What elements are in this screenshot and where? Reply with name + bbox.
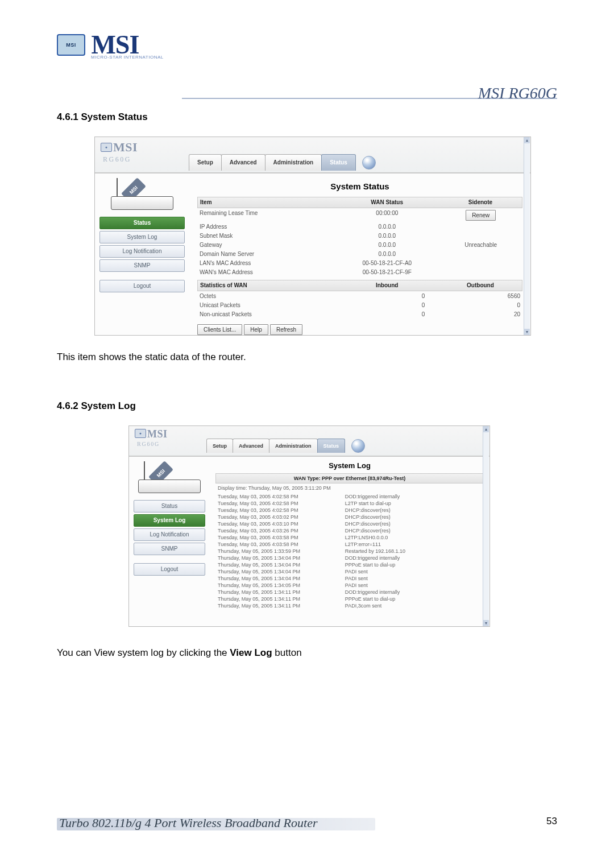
globe-icon[interactable] — [362, 156, 376, 170]
screenshot-system-log: MSI RG60G Setup Advanced Administration … — [128, 425, 490, 627]
tab-setup[interactable]: Setup — [189, 154, 222, 171]
sidebar-item-status[interactable]: Status — [134, 500, 205, 512]
log-time: Thursday, May 05, 2005 1:34:05 PM — [218, 582, 345, 588]
log-time: Tuesday, May 03, 2005 4:03:58 PM — [218, 542, 345, 547]
router-logo: MSI — [101, 140, 138, 155]
log-time: Thursday, May 05, 2005 1:34:11 PM — [218, 603, 345, 609]
stats-columns: Statistics of WAN Inbound Outbound — [197, 280, 522, 291]
page-number: 53 — [546, 816, 557, 827]
log-entry: Thursday, May 05, 2005 1:34:11 PMPADI,3c… — [215, 602, 484, 609]
log-entry: Thursday, May 05, 2005 1:33:59 PMRestart… — [215, 548, 484, 555]
log-message: L2TP:LNSH0.0.0.0 — [345, 535, 484, 540]
scroll-up-icon[interactable]: ▴ — [483, 426, 489, 432]
row-subnet: Subnet Mask 0.0.0.0 — [197, 231, 522, 240]
sidebar-item-status[interactable]: Status — [99, 217, 185, 229]
log-time: Thursday, May 05, 2005 1:34:11 PM — [218, 589, 345, 595]
log-entry: Tuesday, May 03, 2005 4:02:58 PMDHCP:dis… — [215, 507, 484, 514]
msi-badge-icon — [57, 34, 85, 56]
section-4-6-2-text: You can View system log by clicking the … — [57, 647, 557, 659]
page-content: 4.6.1 System Status MSI RG60G Setup Adva… — [57, 111, 557, 696]
log-message: PADI sent — [345, 569, 484, 574]
row-gateway: Gateway 0.0.0.0 Unreachable — [197, 240, 522, 249]
log-entry: Thursday, May 05, 2005 1:34:05 PMPADI se… — [215, 582, 484, 589]
section-4-6-1-title: 4.6.1 System Status — [57, 111, 557, 123]
sidebar-item-logout[interactable]: Logout — [134, 563, 205, 576]
log-message: DOD:triggered internally — [345, 494, 484, 499]
footer-title: Turbo 802.11b/g 4 Port Wireless Broadban… — [59, 816, 317, 830]
log-entry: Thursday, May 05, 2005 1:34:11 PMPPPoE s… — [215, 596, 484, 602]
log-entry: Tuesday, May 03, 2005 4:03:02 PMDHCP:dis… — [215, 514, 484, 520]
log-entry: Tuesday, May 03, 2005 4:02:58 PMDOD:trig… — [215, 493, 484, 500]
clients-list-button[interactable]: Clients List... — [197, 324, 242, 335]
log-entry: Thursday, May 05, 2005 1:34:11 PMDOD:tri… — [215, 589, 484, 596]
router-model-label-2: RG60G — [137, 441, 160, 447]
sidebar: MSI Status System Log Log Notification S… — [95, 173, 189, 335]
msi-subtext: MICRO-STAR INTERNATIONAL — [91, 55, 164, 60]
help-button[interactable]: Help — [244, 324, 268, 335]
tab-status[interactable]: Status — [321, 154, 356, 171]
col-item: Item — [198, 197, 335, 208]
nav-tabs-2: Setup Advanced Administration Status — [206, 439, 365, 453]
sidebar-item-lognotif[interactable]: Log Notification — [134, 528, 205, 541]
log-message: DHCP:discover(res) — [345, 521, 484, 527]
log-message: PPPoE start to dial-up — [345, 562, 484, 568]
row-lan-mac: LAN's MAC Address 00-50-18-21-CF-A0 — [197, 258, 522, 267]
tab-advanced[interactable]: Advanced — [221, 154, 265, 171]
stat-octets: Octets 0 6560 — [197, 291, 522, 300]
panel-title: System Log — [215, 461, 484, 470]
refresh-button[interactable]: Refresh — [270, 324, 302, 335]
sidebar-item-systemlog[interactable]: System Log — [134, 514, 205, 527]
stat-unicast: Unicast Packets 0 0 — [197, 300, 522, 309]
log-rows: Tuesday, May 03, 2005 4:02:58 PMDOD:trig… — [215, 493, 484, 609]
tab-administration[interactable]: Administration — [265, 154, 322, 171]
log-entry: Thursday, May 05, 2005 1:34:04 PMDOD:tri… — [215, 555, 484, 561]
scroll-up-icon[interactable]: ▴ — [524, 137, 530, 143]
wan-type-bar: WAN Type: PPP over Ethernet (83,974Ru-Te… — [215, 473, 484, 483]
screenshot-system-status: MSI RG60G Setup Advanced Administration … — [94, 137, 531, 336]
log-time: Thursday, May 05, 2005 1:34:04 PM — [218, 562, 345, 568]
scrollbar[interactable]: ▴ ▾ — [483, 426, 489, 626]
log-message: PADI sent — [345, 576, 484, 581]
row-wan-mac: WAN's MAC Address 00-50-18-21-CF-9F — [197, 267, 522, 276]
scrollbar[interactable]: ▴ ▾ — [524, 137, 530, 335]
tab-advanced[interactable]: Advanced — [233, 439, 269, 453]
log-time: Tuesday, May 03, 2005 4:02:58 PM — [218, 507, 345, 513]
log-message: PADI,3com sent — [345, 603, 484, 609]
log-time: Tuesday, May 03, 2005 4:03:02 PM — [218, 514, 345, 520]
router-model-label: RG60G — [103, 155, 131, 164]
sidebar-item-lognotif[interactable]: Log Notification — [99, 245, 185, 258]
row-ip: IP Address 0.0.0.0 — [197, 222, 522, 231]
scroll-down-icon[interactable]: ▾ — [524, 329, 530, 335]
router-header-2: MSI RG60G Setup Advanced Administration … — [129, 426, 489, 457]
log-entry: Thursday, May 05, 2005 1:34:04 PMPPPoE s… — [215, 561, 484, 568]
log-time: Thursday, May 05, 2005 1:34:04 PM — [218, 576, 345, 581]
sidebar-item-systemlog[interactable]: System Log — [99, 231, 185, 243]
scroll-down-icon[interactable]: ▾ — [483, 620, 489, 626]
footer: Turbo 802.11b/g 4 Port Wireless Broadban… — [57, 818, 557, 833]
tab-administration[interactable]: Administration — [269, 439, 318, 453]
router-logo-icon — [101, 143, 112, 152]
globe-icon[interactable] — [351, 439, 365, 453]
log-entry: Thursday, May 05, 2005 1:34:04 PMPADI se… — [215, 568, 484, 575]
router-header: MSI RG60G Setup Advanced Administration … — [95, 137, 530, 173]
log-time: Tuesday, May 03, 2005 4:03:10 PM — [218, 521, 345, 527]
log-message: L2TP start to dial-up — [345, 501, 484, 506]
sidebar-item-snmp[interactable]: SNMP — [134, 543, 205, 555]
tab-status[interactable]: Status — [317, 439, 346, 453]
router-logo-2: MSI — [135, 428, 168, 440]
row-dns: Domain Name Server 0.0.0.0 — [197, 249, 522, 258]
renew-button[interactable]: Renew — [466, 210, 496, 221]
log-entry: Tuesday, May 03, 2005 4:03:26 PMDHCP:dis… — [215, 527, 484, 534]
col-sidenote: Sidenote — [439, 197, 522, 208]
log-message: DHCP:discover(res) — [345, 514, 484, 520]
log-message: L2TP:error=111 — [345, 542, 484, 547]
tab-setup[interactable]: Setup — [206, 439, 233, 453]
msi-wordmark: MSI — [91, 35, 139, 56]
router-device-icon: MSI — [111, 180, 173, 211]
log-panel: System Log WAN Type: PPP over Ethernet (… — [210, 457, 489, 626]
log-time: Thursday, May 05, 2005 1:34:11 PM — [218, 596, 345, 602]
log-time: Thursday, May 05, 2005 1:34:04 PM — [218, 555, 345, 561]
status-panel: System Status Item WAN Status Sidenote R… — [189, 173, 530, 335]
sidebar-item-snmp[interactable]: SNMP — [99, 259, 185, 272]
sidebar-item-logout[interactable]: Logout — [99, 280, 185, 292]
